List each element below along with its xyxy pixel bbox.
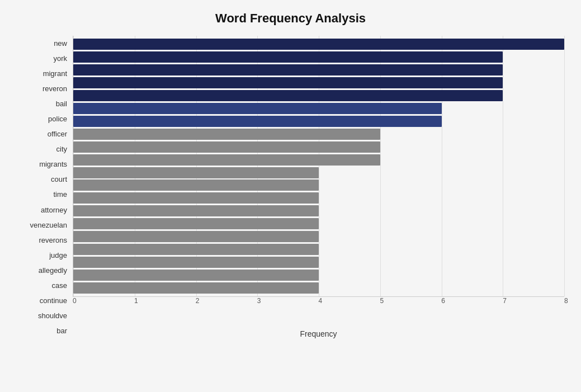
bar	[73, 270, 319, 281]
bar	[73, 167, 319, 178]
bar	[73, 129, 380, 140]
bar	[73, 90, 503, 101]
bar-row	[73, 77, 564, 89]
x-axis-label: Frequency	[73, 329, 564, 338]
y-label: attorney	[41, 202, 67, 217]
bar-row	[73, 192, 564, 205]
bars-inner	[73, 36, 564, 296]
bar-row	[73, 89, 564, 102]
bar-row	[73, 51, 564, 64]
bar	[73, 231, 319, 242]
bar	[73, 205, 319, 216]
bar	[73, 218, 319, 229]
bar	[73, 77, 503, 88]
y-axis: newyorkmigrantreveronbailpoliceofficerci…	[17, 36, 73, 338]
y-label: reverons	[39, 233, 67, 247]
bar-row	[73, 179, 564, 192]
y-label: case	[52, 278, 67, 292]
bar	[73, 39, 564, 50]
chart-area: newyorkmigrantreveronbailpoliceofficerci…	[17, 36, 564, 338]
y-label: venezuelan	[30, 218, 68, 232]
y-label: new	[54, 36, 67, 51]
bar	[73, 257, 319, 268]
bar	[73, 51, 503, 63]
bar	[73, 103, 442, 114]
bars-area	[73, 36, 564, 297]
y-label: migrants	[39, 157, 67, 172]
bar-row	[73, 218, 564, 230]
bar	[73, 282, 319, 294]
y-label: time	[53, 187, 67, 202]
y-label: bail	[56, 97, 67, 111]
bar	[73, 180, 319, 191]
y-label: migrant	[43, 67, 67, 81]
y-label: officer	[48, 127, 67, 141]
bar-row	[73, 205, 564, 218]
y-label: continue	[40, 293, 67, 308]
bar-row	[73, 38, 564, 51]
bar-row	[73, 153, 564, 166]
bars-and-xaxis: 012345678 Frequency	[73, 36, 564, 338]
bar-row	[73, 64, 564, 77]
y-label: court	[51, 172, 67, 187]
y-label: allegedly	[39, 263, 67, 277]
bar	[73, 141, 380, 153]
bar	[73, 192, 319, 204]
chart-title: Word Frequency Analysis	[17, 11, 564, 26]
bar-row	[73, 102, 564, 115]
bar	[73, 64, 503, 75]
x-axis: 012345678	[73, 297, 564, 314]
chart-container: Word Frequency Analysis newyorkmigrantre…	[0, 0, 581, 392]
y-label: bar	[56, 323, 67, 338]
y-label: judge	[49, 248, 67, 262]
bar-row	[73, 243, 564, 256]
y-label: city	[56, 142, 68, 157]
bar	[73, 244, 319, 255]
y-label: reveron	[42, 82, 67, 96]
bar-row	[73, 281, 564, 294]
bar	[73, 154, 380, 166]
bar-row	[73, 115, 564, 127]
bar-row	[73, 166, 564, 179]
bar-row	[73, 268, 564, 281]
bar-row	[73, 140, 564, 153]
y-label: police	[48, 112, 67, 126]
bar-row	[73, 127, 564, 140]
y-label: york	[53, 51, 67, 66]
bar-row	[73, 230, 564, 243]
bar	[73, 116, 442, 127]
gridline	[564, 36, 565, 296]
y-label: shouldve	[38, 308, 67, 323]
bar-row	[73, 256, 564, 268]
